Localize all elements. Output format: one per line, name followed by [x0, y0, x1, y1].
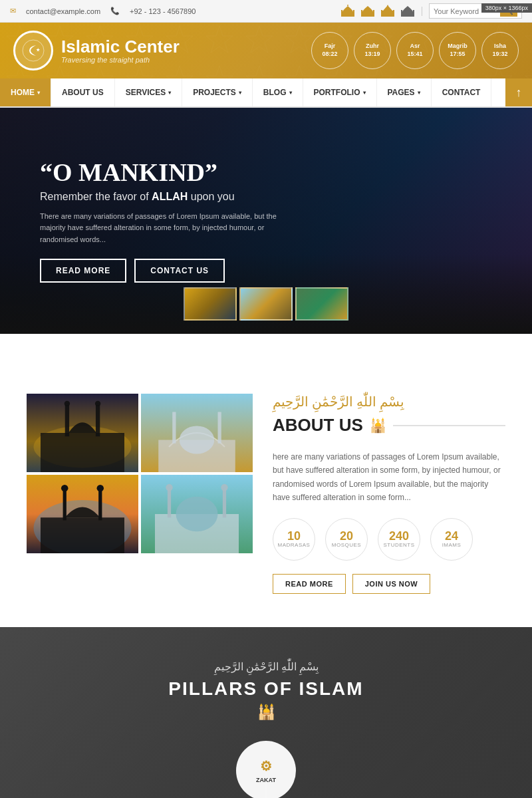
mosque-icon-2[interactable] — [360, 5, 375, 18]
join-us-button[interactable]: JOIN US NOW — [352, 574, 430, 594]
nav-item-contact[interactable]: CONTACT — [432, 78, 492, 106]
nav-label: PAGES — [388, 88, 415, 97]
about-image-4 — [141, 475, 253, 553]
mosque-icon-1[interactable] — [340, 5, 355, 18]
nav-arrow: ▾ — [168, 90, 171, 96]
stat-imams: 24IMAMS — [430, 518, 473, 561]
svg-rect-14 — [406, 13, 409, 17]
stat-number: 24 — [445, 530, 458, 542]
pillars-title: PILLARS OF ISLAM — [13, 678, 519, 700]
zakat-label: ZAKAT — [256, 777, 276, 783]
contact-email: contact@example.com — [26, 7, 100, 15]
hero-thumb-2[interactable] — [239, 287, 293, 321]
about-mosque-icon: 🕌 — [370, 418, 386, 434]
zakat-icon: ⚙ — [260, 758, 272, 774]
hero-description: There are many variations of passages of… — [40, 211, 293, 246]
svg-rect-6 — [366, 13, 369, 17]
about-read-more-button[interactable]: READ MORE — [273, 574, 346, 594]
svg-rect-35 — [98, 489, 102, 520]
svg-rect-12 — [393, 10, 394, 17]
svg-rect-3 — [353, 10, 354, 17]
pillars-deco-icon: 🕌 — [13, 704, 519, 721]
nav-item-about-us[interactable]: ABOUT US — [51, 78, 115, 106]
stat-label: STUDENTS — [383, 542, 414, 548]
nav-arrow: ▾ — [363, 90, 366, 96]
prayer-time: 17:55 — [450, 51, 465, 59]
pillars-content: بِسْمِ اللّٰهِ الرَّحْمَٰنِ الرَّحِيمِ P… — [13, 660, 519, 798]
prayer-times: Fajr08:22Zuhr13:19Asr15:41Magrib17:55Ish… — [311, 32, 519, 69]
about-bismillah: بِسْمِ اللّٰهِ الرَّحْمَٰنِ الرَّحِيمِ — [273, 394, 505, 410]
navbar: HOME▾ABOUT USSERVICES▾PROJECTS▾BLOG▾PORT… — [0, 78, 532, 108]
hero-subtitle: Remember the favor of ALLAH upon you — [40, 191, 293, 203]
divider — [422, 7, 422, 16]
pillars-diagram: .arc-line { fill: none; stroke: rgba(255… — [100, 741, 432, 798]
hero-content: “O MANKIND” Remember the favor of ALLAH … — [40, 159, 293, 283]
svg-rect-7 — [361, 10, 362, 17]
nav-label: ABOUT US — [62, 88, 104, 97]
svg-rect-10 — [386, 13, 390, 17]
mosque-icon-3[interactable] — [380, 5, 395, 18]
pillars-bismillah: بِسْمِ اللّٰهِ الرَّحْمَٰنِ الرَّحِيمِ — [13, 660, 519, 673]
logo-area: Islamic Center Traversing the straight p… — [13, 31, 180, 70]
top-bar: ✉ contact@example.com 📞 +92 - 123 - 4567… — [0, 0, 532, 23]
phone-icon: 📞 — [110, 7, 120, 15]
about-title-text: ABOUT US — [273, 415, 363, 436]
mosque-icons — [340, 5, 415, 18]
stat-mosques: 20MOSQUES — [325, 518, 368, 561]
nav-item-home[interactable]: HOME▾ — [0, 78, 51, 106]
nav-item-pages[interactable]: PAGES▾ — [377, 78, 432, 106]
about-content: بِسْمِ اللّٰهِ الرَّحْمَٰنِ الرَّحِيمِ A… — [273, 394, 505, 594]
nav-arrow: ▾ — [289, 90, 292, 96]
hero-thumb-1[interactable] — [184, 287, 237, 321]
svg-point-4 — [347, 5, 348, 6]
site-title: Islamic Center — [61, 37, 180, 57]
nav-item-blog[interactable]: BLOG▾ — [253, 78, 303, 106]
stat-number: 20 — [340, 530, 353, 542]
svg-rect-42 — [223, 489, 226, 517]
hero-thumbnails — [184, 287, 348, 321]
svg-rect-23 — [96, 405, 100, 436]
logo-icon — [21, 39, 45, 63]
pillar-zakat[interactable]: ⚙ ZAKAT — [236, 741, 296, 798]
stat-label: MADRASAS — [278, 542, 311, 548]
scroll-top-button[interactable]: ↑ — [505, 78, 532, 106]
contact-us-button[interactable]: CONTACT US — [134, 259, 225, 283]
svg-rect-8 — [373, 10, 374, 17]
about-description: here are many variations of passages of … — [273, 450, 505, 505]
nav-label: PROJECTS — [193, 88, 236, 97]
prayer-magrib: Magrib17:55 — [439, 32, 476, 69]
svg-point-43 — [166, 484, 173, 491]
hero-subtitle-prefix: Remember the favor of — [40, 191, 152, 202]
nav-label: CONTACT — [442, 88, 481, 97]
stat-label: IMAMS — [442, 542, 462, 548]
stat-number: 240 — [389, 530, 409, 542]
svg-point-40 — [176, 497, 218, 532]
prayer-name: Isha — [494, 43, 506, 51]
nav-label: BLOG — [263, 88, 287, 97]
svg-point-24 — [65, 401, 70, 406]
prayer-time: 19:32 — [492, 51, 507, 59]
prayer-name: Zuhr — [366, 43, 379, 51]
nav-arrow: ▾ — [37, 90, 40, 96]
nav-item-services[interactable]: SERVICES▾ — [115, 78, 182, 106]
hero-thumb-3[interactable] — [295, 287, 348, 321]
header: Islamic Center Traversing the straight p… — [0, 23, 532, 78]
svg-rect-22 — [65, 405, 69, 436]
about-buttons: READ MORE JOIN US NOW — [273, 574, 505, 594]
stat-madrasas: 10MADRASAS — [273, 518, 315, 561]
nav-item-portfolio[interactable]: PORTFOLIO▾ — [303, 78, 377, 106]
about-image-1 — [27, 394, 138, 472]
svg-rect-41 — [168, 489, 171, 517]
contact-phone: +92 - 123 - 4567890 — [130, 7, 196, 15]
mosque-icon-4[interactable] — [400, 5, 415, 18]
about-title: ABOUT US 🕌 — [273, 415, 505, 441]
prayer-name: Fajr — [325, 43, 336, 51]
svg-rect-2 — [341, 10, 342, 17]
nav-item-projects[interactable]: PROJECTS▾ — [182, 78, 253, 106]
read-more-button[interactable]: READ MORE — [40, 259, 126, 283]
svg-rect-11 — [381, 10, 382, 17]
svg-rect-30 — [218, 412, 221, 444]
prayer-name: Asr — [410, 43, 420, 51]
nav-arrow: ▾ — [418, 90, 420, 96]
svg-rect-33 — [41, 517, 124, 553]
